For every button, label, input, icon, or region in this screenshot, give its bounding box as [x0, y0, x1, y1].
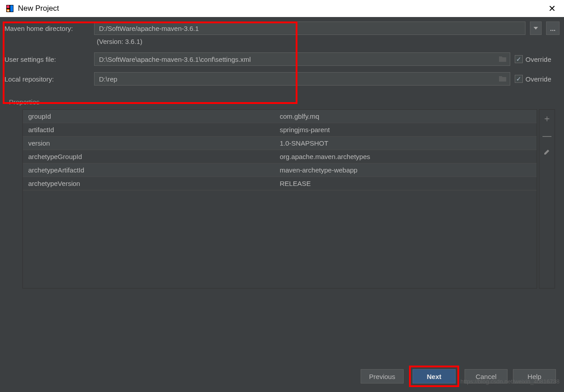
user-settings-override[interactable]: ✓ Override [515, 55, 560, 63]
cancel-button[interactable]: Cancel [465, 369, 508, 383]
local-repo-field[interactable]: D:\rep [94, 72, 510, 86]
dialog-footer: Previous Next Cancel Help [0, 361, 564, 392]
help-button[interactable]: Help [513, 369, 556, 383]
prop-key: version [23, 139, 280, 147]
user-settings-field[interactable]: D:\SoftWare\apache-maven-3.6.1\conf\sett… [94, 52, 510, 66]
prop-val: springjms-parent [280, 126, 537, 134]
local-repo-override[interactable]: ✓ Override [515, 75, 560, 83]
content-area: Maven home directory: D:/SoftWare/apache… [0, 17, 564, 289]
next-button[interactable]: Next [413, 369, 456, 383]
prop-val: 1.0-SNAPSHOT [280, 139, 537, 147]
remove-icon[interactable]: — [542, 131, 551, 141]
close-icon[interactable]: ✕ [546, 3, 559, 14]
table-row[interactable]: groupId com.gblfy.mq [23, 110, 537, 123]
table-row[interactable]: archetypeVersion RELEASE [23, 177, 537, 190]
table-row[interactable]: archetypeArtifactId maven-archetype-weba… [23, 164, 537, 177]
maven-version-text: (Version: 3.6.1) [97, 38, 560, 45]
prop-val: RELEASE [280, 180, 537, 187]
prop-val: maven-archetype-webapp [280, 166, 537, 174]
svg-marker-5 [534, 27, 538, 30]
local-repo-label: Local repository: [4, 75, 90, 83]
user-settings-label: User settings file: [4, 56, 90, 63]
prop-val: com.gblfy.mq [280, 112, 537, 120]
window-title: New Project [18, 4, 59, 13]
properties-table: groupId com.gblfy.mq artifactId springjm… [22, 109, 537, 289]
checkbox-icon[interactable]: ✓ [515, 55, 523, 63]
prop-key: archetypeVersion [23, 180, 280, 187]
properties-section-label: Properties [9, 98, 555, 106]
folder-icon[interactable] [498, 55, 507, 65]
local-repo-value: D:\rep [99, 75, 117, 83]
maven-home-label: Maven home directory: [4, 25, 90, 32]
maven-home-dropdown-icon[interactable] [530, 22, 542, 35]
svg-rect-3 [10, 5, 13, 12]
prop-key: groupId [23, 112, 280, 120]
add-icon[interactable]: ＋ [542, 112, 551, 125]
svg-rect-1 [7, 5, 9, 8]
prop-key: artifactId [23, 126, 280, 134]
prop-key: archetypeArtifactId [23, 166, 280, 174]
intellij-icon [5, 4, 14, 13]
prop-key: archetypeGroupId [23, 153, 280, 160]
override-label: Override [525, 75, 551, 83]
properties-actions: ＋ — [539, 109, 555, 289]
previous-button[interactable]: Previous [361, 369, 404, 383]
titlebar: New Project ✕ [0, 0, 564, 17]
table-row[interactable]: archetypeGroupId org.apache.maven.archet… [23, 150, 537, 164]
table-row[interactable]: version 1.0-SNAPSHOT [23, 137, 537, 150]
checkbox-icon[interactable]: ✓ [515, 75, 523, 83]
prop-val: org.apache.maven.archetypes [280, 153, 537, 160]
folder-icon[interactable] [498, 75, 507, 84]
override-label: Override [525, 56, 551, 63]
maven-home-value: D:/SoftWare/apache-maven-3.6.1 [99, 25, 199, 32]
maven-home-browse-button[interactable]: ... [546, 22, 560, 35]
table-row[interactable]: artifactId springjms-parent [23, 123, 537, 137]
svg-rect-4 [7, 10, 9, 11]
annotation-box-next: Next [409, 366, 459, 387]
edit-icon[interactable] [543, 147, 551, 158]
user-settings-value: D:\SoftWare\apache-maven-3.6.1\conf\sett… [99, 56, 251, 63]
maven-home-combo[interactable]: D:/SoftWare/apache-maven-3.6.1 [94, 22, 525, 35]
